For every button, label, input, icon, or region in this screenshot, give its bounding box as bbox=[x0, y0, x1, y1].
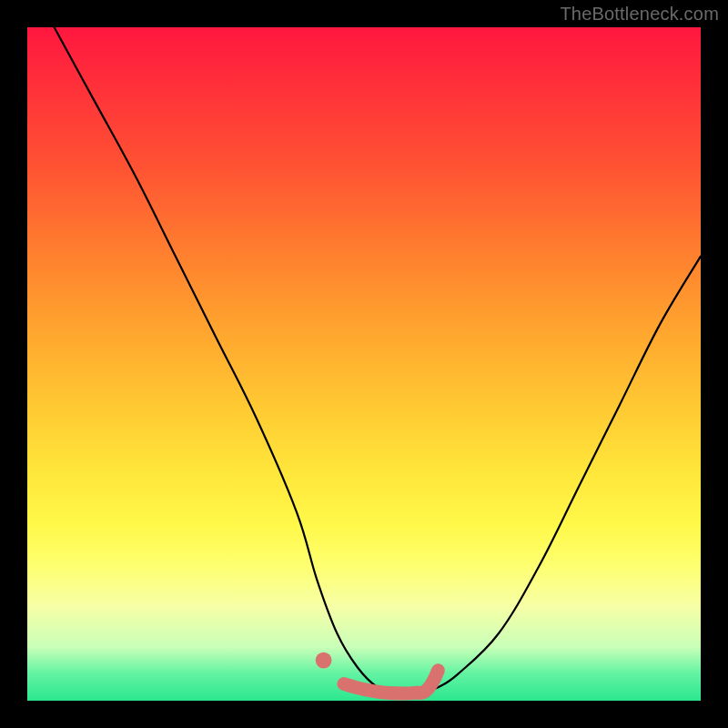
marker-segment bbox=[344, 684, 418, 694]
bottleneck-curve-path bbox=[55, 27, 701, 695]
watermark-text: TheBottleneck.com bbox=[560, 4, 719, 25]
markers-layer bbox=[316, 652, 439, 693]
plot-area bbox=[27, 27, 701, 701]
marker-dot bbox=[316, 652, 332, 669]
chart-frame: TheBottleneck.com bbox=[0, 0, 728, 728]
curve-svg bbox=[27, 27, 701, 701]
marker-segment bbox=[418, 671, 438, 693]
